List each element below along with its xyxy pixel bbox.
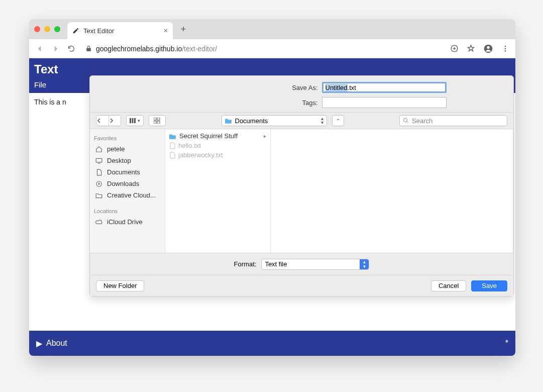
search-box[interactable]: Search: [399, 115, 507, 126]
view-mode-dropdown[interactable]: ▾: [126, 115, 144, 126]
svg-rect-6: [130, 118, 131, 123]
save-as-selected-text: Untitled: [325, 84, 348, 91]
file-item-label: hello.txt: [178, 142, 201, 149]
tab-title: Text Editor: [83, 27, 114, 35]
file-icon: [169, 142, 175, 149]
dialog-toolbar: ▾ Documents ▴▾ ⌃ Search: [90, 112, 513, 129]
svg-rect-11: [154, 121, 156, 124]
sidebar-item-label: Downloads: [107, 180, 139, 187]
sidebar-item-desktop[interactable]: Desktop: [94, 155, 161, 166]
sidebar-item-creative-cloud[interactable]: Creative Cloud...: [94, 189, 161, 201]
file-item-label: jabberwocky.txt: [178, 151, 223, 159]
svg-point-3: [505, 46, 506, 47]
sidebar-item-icloud[interactable]: iCloud Drive: [94, 216, 161, 228]
stepper-icon: ▴▾: [321, 117, 323, 125]
sidebar-item-downloads[interactable]: Downloads: [94, 178, 161, 189]
svg-rect-14: [96, 158, 102, 162]
svg-point-13: [404, 119, 407, 122]
app-footer: ▶ About *: [29, 331, 515, 356]
group-button[interactable]: [149, 115, 166, 126]
nav-back-forward: [96, 115, 121, 126]
new-tab-button[interactable]: +: [176, 22, 191, 37]
install-app-icon[interactable]: [450, 44, 459, 53]
back-button[interactable]: [35, 44, 44, 53]
address-bar: googlechromelabs.github.io/text-editor/: [29, 39, 515, 58]
search-icon: [403, 118, 409, 124]
format-value: Text file: [265, 260, 287, 268]
url-path: /text-editor/: [182, 45, 217, 53]
forward-button[interactable]: [51, 44, 60, 53]
fullscreen-window-dot[interactable]: [54, 26, 60, 32]
columns-icon: [130, 118, 136, 123]
profile-avatar-icon[interactable]: [483, 44, 493, 54]
triangle-right-icon: ▶: [36, 339, 42, 348]
home-icon: [95, 146, 103, 153]
save-as-input[interactable]: Untitled.txt: [322, 82, 447, 93]
file-item[interactable]: hello.txt: [168, 141, 267, 150]
sidebar-item-documents[interactable]: Documents: [94, 166, 161, 178]
modified-marker: *: [505, 339, 508, 348]
svg-rect-10: [157, 118, 160, 120]
save-as-rest-text: .txt: [348, 84, 356, 91]
cloud-icon: [95, 219, 103, 225]
minimize-window-dot[interactable]: [44, 26, 50, 32]
file-item-folder[interactable]: Secret Squirrel Stuff ▸: [168, 131, 267, 141]
svg-rect-12: [157, 121, 160, 124]
url-box[interactable]: googlechromelabs.github.io/text-editor/: [82, 42, 443, 56]
file-item-label: Secret Squirrel Stuff: [179, 132, 238, 140]
svg-point-5: [505, 50, 506, 52]
address-bar-actions: [450, 44, 509, 54]
sidebar-item-label: iCloud Drive: [107, 218, 143, 226]
svg-point-4: [505, 48, 506, 49]
locations-heading: Locations: [94, 208, 161, 214]
format-label: Format:: [234, 260, 257, 268]
select-stepper-icon: ▲▼: [360, 259, 369, 269]
browser-tab[interactable]: Text Editor ×: [67, 22, 173, 39]
about-label: About: [46, 339, 67, 348]
lock-icon: [85, 45, 92, 52]
format-select[interactable]: Text file ▲▼: [261, 259, 369, 270]
location-name: Documents: [235, 117, 268, 125]
save-button[interactable]: Save: [471, 280, 507, 291]
search-placeholder: Search: [412, 117, 432, 125]
sidebar-item-label: Desktop: [107, 157, 131, 164]
chevron-down-icon: ▾: [138, 118, 140, 123]
save-dialog: Save As: Untitled.txt Tags: ▾: [89, 75, 514, 297]
tags-label: Tags:: [157, 99, 318, 107]
folder-icon: [225, 118, 232, 124]
about-toggle[interactable]: ▶ About: [36, 339, 67, 348]
file-column-2: [271, 129, 513, 253]
file-browser: Favorites petele Desktop Documents Downl…: [90, 129, 513, 253]
sidebar: Favorites petele Desktop Documents Downl…: [90, 129, 165, 253]
tab-strip: Text Editor × +: [29, 19, 515, 39]
file-item[interactable]: jabberwocky.txt: [168, 150, 267, 160]
url-text: googlechromelabs.github.io/text-editor/: [96, 45, 217, 53]
file-icon: [169, 152, 175, 159]
chevron-right-icon: ▸: [264, 133, 266, 139]
reload-button[interactable]: [67, 45, 75, 53]
dialog-bottom: New Folder Cancel Save: [90, 275, 513, 296]
close-window-dot[interactable]: [34, 26, 40, 32]
svg-point-2: [487, 46, 489, 48]
svg-rect-8: [134, 118, 136, 123]
bookmark-star-icon[interactable]: [467, 44, 475, 53]
document-icon: [95, 169, 103, 176]
new-folder-button[interactable]: New Folder: [96, 280, 144, 291]
nav-back-button[interactable]: [96, 116, 108, 126]
window-controls: [34, 26, 67, 32]
nav-forward-button[interactable]: [108, 116, 121, 126]
favorites-heading: Favorites: [94, 135, 161, 141]
pencil-icon: [72, 27, 79, 34]
dialog-top: Save As: Untitled.txt Tags:: [90, 76, 513, 112]
kebab-menu-icon[interactable]: [501, 45, 509, 53]
url-host: googlechromelabs.github.io: [96, 45, 182, 53]
sidebar-item-petele[interactable]: petele: [94, 143, 161, 155]
collapse-button[interactable]: ⌃: [332, 115, 344, 126]
cancel-button[interactable]: Cancel: [431, 280, 466, 291]
close-tab-icon[interactable]: ×: [164, 27, 168, 35]
location-dropdown[interactable]: Documents ▴▾: [222, 115, 327, 126]
desktop-icon: [95, 157, 103, 164]
browser-window: Text Editor × + googlechromelabs.github.…: [29, 19, 515, 356]
tags-input[interactable]: [322, 97, 447, 108]
save-as-label: Save As:: [157, 84, 318, 91]
